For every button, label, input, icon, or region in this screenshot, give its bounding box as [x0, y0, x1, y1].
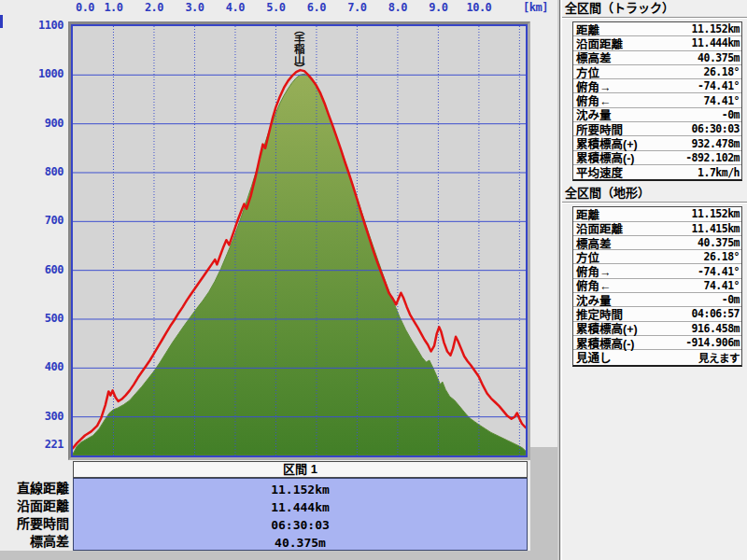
pane-splitter[interactable] [557, 0, 560, 560]
filler-right [530, 447, 557, 560]
section-row-label: 標高差 [0, 533, 69, 551]
stat-value: -74.41° [698, 79, 740, 92]
stat-value: 11.152km [692, 207, 740, 220]
stat-value: 26.18° [703, 250, 740, 263]
y-axis-tick-label: 900 [9, 117, 63, 130]
stat-value: 11.444km [692, 36, 740, 49]
stat-value: 04:06:57 [692, 307, 740, 320]
stat-value: 11.152km [692, 22, 740, 35]
panel-terrain: 全区間（地形） 距離11.152km沿面距離11.415km標高差40.375m… [562, 185, 747, 366]
x-axis-tick-label: 10.0 [463, 1, 495, 14]
x-axis-unit-label: [km] [523, 1, 548, 14]
y-axis-tick-label: 1100 [9, 19, 63, 32]
elevation-profile-window: [km] （手稲山） 直線距離沿面距離所要時間標高差 区間 1 11.152km… [0, 0, 747, 560]
stat-value: 40.375m [698, 51, 740, 64]
chart-frame: （手稲山） [68, 21, 530, 460]
x-axis-tick-label: 0.0 [69, 1, 101, 14]
y-axis-tick-label: 1000 [9, 67, 63, 80]
stat-label: 平均速度 [576, 163, 623, 181]
y-axis-tick-label: 400 [9, 360, 63, 373]
stat-row: 見通し見えます [573, 350, 741, 364]
x-axis-tick-label: 4.0 [219, 1, 251, 14]
section-values: 11.152km11.444km06:30:0340.375m [73, 478, 528, 551]
y-axis-tick-label: 800 [9, 165, 63, 178]
elevation-chart-svg [73, 26, 526, 455]
section-header: 区間 1 [73, 461, 528, 478]
title-groove [562, 202, 747, 203]
stat-value: 06:30:03 [692, 122, 740, 135]
stat-value: 932.478m [692, 137, 740, 150]
stat-value: -914.906m [685, 336, 740, 349]
x-axis-tick-label: 5.0 [260, 1, 291, 14]
x-axis-tick-label: 1.0 [97, 1, 129, 14]
panel-track: 全区間（トラック） 距離11.152km沿面距離11.444km標高差40.37… [562, 0, 747, 181]
summit-annotation: （手稲山） [292, 24, 304, 74]
x-axis-tick-label: 6.0 [301, 1, 332, 14]
stat-value: 1.7km/h [698, 166, 740, 179]
panel-terrain-title: 全区間（地形） [562, 185, 747, 202]
section-row-labels: 直線距離沿面距離所要時間標高差 [0, 478, 69, 551]
stat-value: 40.375m [698, 236, 740, 249]
stat-value: 74.41° [703, 279, 740, 292]
stat-row: 平均速度1.7km/h [573, 165, 741, 179]
stat-value: 26.18° [703, 65, 740, 78]
plot-surface[interactable]: （手稲山） [71, 24, 528, 457]
x-axis-tick-label: 9.0 [422, 1, 454, 14]
y-axis-unit-clipped-label [0, 15, 3, 28]
y-axis-tick-label: 700 [9, 214, 63, 227]
panel-track-table: 距離11.152km沿面距離11.444km標高差40.375m方位26.18°… [572, 21, 742, 181]
y-axis-tick-label: 221 [9, 438, 63, 451]
x-axis-tick-label: 8.0 [382, 1, 414, 14]
section-row-value: 06:30:03 [74, 516, 527, 534]
stat-label: 見通し [576, 348, 612, 366]
stat-value: -0m [722, 108, 740, 121]
stat-value: 11.415km [692, 222, 740, 235]
stat-value: 見えます [698, 350, 740, 365]
stat-value: -74.41° [698, 265, 740, 278]
section-row-value: 11.152km [74, 481, 527, 498]
filler-bottom [0, 551, 557, 560]
chart-pane: [km] （手稲山） 直線距離沿面距離所要時間標高差 区間 1 11.152km… [0, 0, 557, 560]
section-row-value: 11.444km [74, 498, 527, 516]
y-axis-tick-label: 500 [9, 312, 63, 325]
y-axis-tick-label: 300 [9, 410, 63, 423]
stat-value: -892.102m [685, 151, 740, 164]
section-row-label: 直線距離 [0, 480, 69, 497]
x-axis-tick-label: 3.0 [178, 1, 210, 14]
x-axis-tick-label: 7.0 [341, 1, 373, 14]
panel-terrain-table: 距離11.152km沿面距離11.415km標高差40.375m方位26.18°… [572, 206, 742, 366]
stat-value: 74.41° [703, 94, 740, 107]
title-groove [562, 17, 747, 19]
section-row-value: 40.375m [74, 534, 527, 552]
stat-value: -0m [722, 293, 740, 306]
y-axis-tick-label: 600 [9, 263, 63, 276]
stats-pane: 全区間（トラック） 距離11.152km沿面距離11.444km標高差40.37… [561, 0, 747, 560]
panel-track-title: 全区間（トラック） [562, 0, 747, 17]
stat-value: 916.458m [692, 322, 740, 335]
x-axis-tick-label: 2.0 [138, 1, 170, 14]
section-row-label: 沿面距離 [0, 497, 69, 515]
section-row-label: 所要時間 [0, 515, 69, 533]
